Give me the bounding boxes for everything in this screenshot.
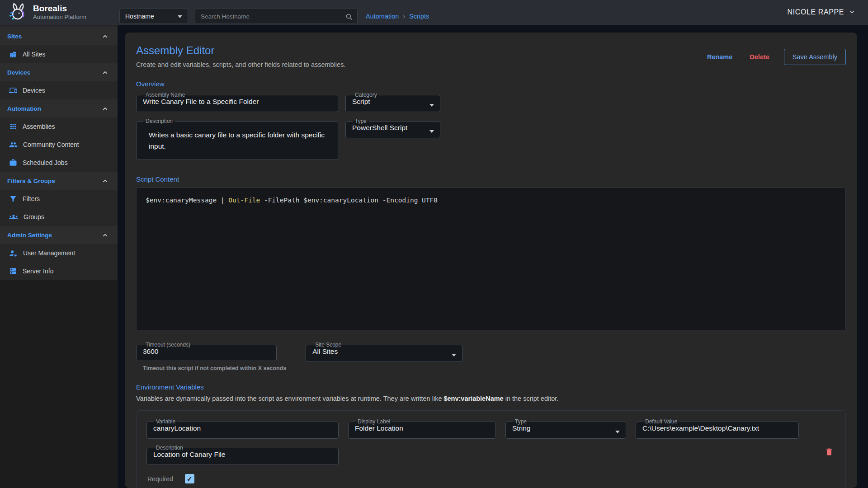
save-assembly-button[interactable]: Save Assembly (784, 49, 846, 65)
sidebar-empty-area (0, 280, 118, 488)
sidebar-item-devices[interactable]: Devices (0, 81, 118, 99)
category-value: Script (351, 98, 434, 106)
chevron-down-icon (615, 431, 620, 433)
chevron-down-icon (849, 9, 855, 15)
required-checkbox[interactable]: ✓ (185, 474, 194, 483)
script-code-line[interactable]: $env:canaryMessage | Out-File -FilePath … (146, 197, 838, 204)
assembly-name-field[interactable]: Assembly Name Write Canary File to a Spe… (136, 92, 338, 112)
page-subtitle: Create and edit variables, scripts, and … (136, 61, 345, 68)
sidebar-section-admin-settings[interactable]: Admin Settings (0, 226, 118, 244)
overview-heading: Overview (136, 80, 846, 88)
chevron-up-icon (102, 105, 108, 112)
filter-icon (9, 195, 17, 203)
environment-variable-row: Variable canaryLocation Display Label Fo… (136, 410, 846, 488)
brand-subtitle: Automation Platform (33, 14, 86, 20)
hostname-filter-label: Hostname (125, 13, 154, 20)
brand: Borealis Automation Platform (0, 0, 118, 25)
assembly-editor-card: Assembly Editor Create and edit variable… (125, 33, 857, 488)
variable-type-select[interactable]: Type String (505, 419, 626, 439)
search-icon (345, 13, 353, 21)
sidebar-section-sites[interactable]: Sites (0, 27, 118, 45)
script-content-heading: Script Content (136, 175, 846, 183)
script-editor[interactable]: $env:canaryMessage | Out-File -FilePath … (136, 188, 846, 330)
environment-variables-description: Variables are dynamically passed into th… (136, 395, 846, 402)
default-value-value[interactable]: C:\Users\example\Desktop\Canary.txt (642, 424, 793, 432)
sidebar: Sites All Sites Devices Devices Automati… (0, 25, 118, 488)
building-icon (9, 50, 17, 58)
sidebar-item-server-info[interactable]: Server Info (0, 262, 118, 280)
environment-variables-heading: Environment Variables (136, 383, 846, 391)
chevron-up-icon (102, 232, 108, 239)
user-menu[interactable]: NICOLE RAPPE (788, 8, 855, 16)
sidebar-item-assemblies[interactable]: Assemblies (0, 117, 118, 136)
chevron-down-icon (452, 354, 456, 357)
chevron-up-icon (102, 69, 108, 76)
grid-icon (9, 122, 17, 131)
brand-name: Borealis (33, 4, 86, 14)
people-icon (9, 141, 18, 149)
timeout-value[interactable]: 3600 (142, 347, 271, 356)
devices-icon (9, 86, 17, 94)
sidebar-section-filters-groups[interactable]: Filters & Groups (0, 172, 118, 190)
topbar: Borealis Automation Platform Hostname Se… (0, 0, 868, 25)
type-value: PowerShell Script (351, 124, 434, 132)
header-actions: Rename Delete Save Assembly (701, 49, 846, 65)
sidebar-item-filters[interactable]: Filters (0, 190, 118, 208)
variable-description-field[interactable]: Description Location of Canary File (146, 445, 339, 465)
description-field[interactable]: Description Writes a basic canary file t… (136, 118, 338, 160)
variable-name-value[interactable]: canaryLocation (152, 424, 333, 432)
site-scope-value: All Sites (311, 347, 457, 356)
delete-variable-button[interactable] (824, 446, 835, 459)
user-name: NICOLE RAPPE (788, 8, 844, 16)
chevron-down-icon (429, 130, 434, 133)
sidebar-item-scheduled-jobs[interactable]: Scheduled Jobs (0, 154, 118, 172)
sidebar-item-groups[interactable]: Groups (0, 208, 118, 226)
borealis-rabbit-logo (6, 1, 28, 23)
user-gear-icon (9, 249, 18, 258)
chevron-up-icon (102, 33, 108, 40)
chevron-down-icon (178, 15, 182, 18)
page-title: Assembly Editor (136, 44, 345, 57)
briefcase-icon (9, 159, 17, 167)
sidebar-item-all-sites[interactable]: All Sites (0, 45, 118, 63)
variable-description-value[interactable]: Location of Canary File (152, 450, 333, 459)
sidebar-section-devices[interactable]: Devices (0, 63, 118, 81)
description-value[interactable]: Writes a basic canary file to a specific… (142, 124, 332, 152)
site-scope-select[interactable]: Site Scope All Sites (306, 342, 462, 362)
hostname-filter-select[interactable]: Hostname (119, 9, 188, 24)
display-label-field[interactable]: Display Label Folder Location (348, 419, 496, 439)
sidebar-item-community-content[interactable]: Community Content (0, 136, 118, 154)
search-placeholder: Search Hostname (201, 13, 250, 20)
assembly-name-value[interactable]: Write Canary File to a Specific Folder (142, 98, 332, 106)
sidebar-section-automation[interactable]: Automation (0, 99, 118, 117)
sidebar-item-user-management[interactable]: User Management (0, 244, 118, 262)
delete-button[interactable]: Delete (743, 50, 776, 64)
rename-button[interactable]: Rename (701, 50, 739, 64)
search-input[interactable]: Search Hostname (195, 9, 358, 24)
breadcrumb-separator: › (399, 13, 409, 20)
variable-type-value: String (511, 424, 620, 432)
main-area: Assembly Editor Create and edit variable… (118, 25, 868, 488)
display-label-value[interactable]: Folder Location (354, 424, 490, 432)
timeout-helper-text: Timeout this script if not completed wit… (143, 365, 286, 371)
timeout-field[interactable]: Timeout (seconds) 3600 (136, 342, 277, 361)
required-label: Required (147, 475, 173, 483)
type-select[interactable]: Type PowerShell Script (345, 118, 440, 138)
chevron-down-icon (429, 104, 434, 107)
server-icon (9, 267, 17, 275)
breadcrumb-automation[interactable]: Automation (366, 13, 399, 20)
chevron-up-icon (102, 178, 108, 184)
breadcrumb: Automation › Scripts (366, 9, 429, 24)
groups-icon (9, 212, 18, 221)
category-select[interactable]: Category Script (345, 92, 440, 112)
breadcrumb-scripts[interactable]: Scripts (409, 13, 429, 20)
variable-name-field[interactable]: Variable canaryLocation (146, 419, 339, 439)
trash-icon (825, 447, 834, 457)
default-value-field[interactable]: Default Value C:\Users\example\Desktop\C… (636, 419, 799, 439)
